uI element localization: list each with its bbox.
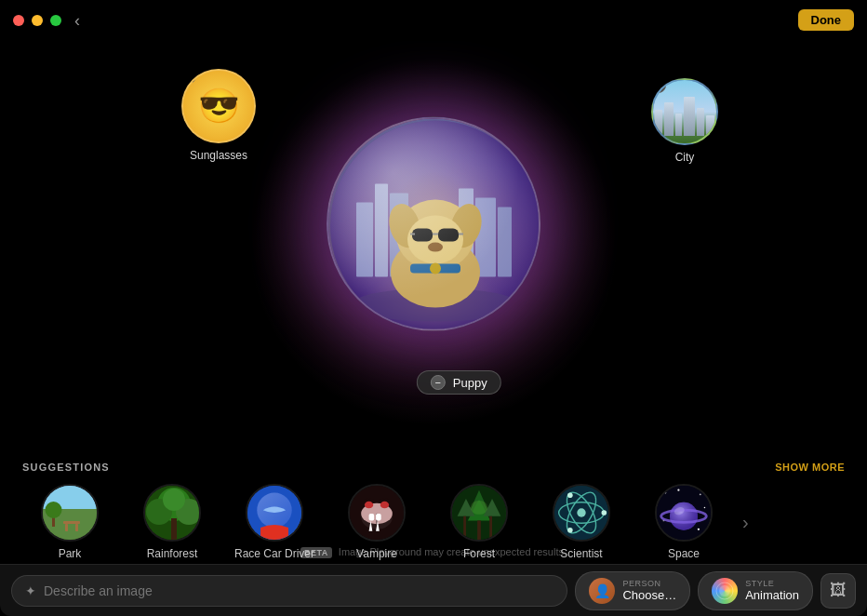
describe-input[interactable]: [44, 583, 554, 598]
sunglasses-label: Sunglasses: [190, 149, 247, 162]
building-3: [675, 114, 682, 136]
done-button[interactable]: Done: [798, 9, 855, 31]
park-svg: [43, 486, 97, 540]
svg-point-53: [471, 501, 488, 515]
bottom-bar: ✦ 👤 PERSON Choose… STYLE Animation 🖼: [0, 564, 867, 616]
suggestion-label-rainforest: Rainforest: [147, 547, 198, 560]
style-icon: [712, 578, 738, 604]
remove-sunglasses-button[interactable]: −: [181, 69, 196, 84]
svg-point-43: [365, 502, 373, 508]
svg-rect-33: [171, 518, 177, 540]
suggestion-label-park: Park: [59, 547, 82, 560]
building-2: [664, 102, 674, 136]
svg-rect-50: [477, 520, 481, 540]
puppy-label: Puppy: [453, 376, 487, 390]
style-label: STYLE: [745, 579, 799, 588]
svg-rect-25: [65, 524, 68, 531]
person-avatar-icon: 👤: [589, 578, 615, 604]
svg-point-68: [698, 529, 700, 530]
racecar-art: [247, 486, 301, 540]
suggestions-title: SUGGESTIONS: [22, 462, 110, 473]
suggestion-label-space: Space: [668, 547, 700, 560]
show-more-button[interactable]: SHOW MORE: [775, 462, 845, 473]
suggestion-item-space[interactable]: Space: [633, 484, 735, 560]
sunglasses-tag-circle: − 😎: [181, 69, 256, 143]
space-art: [657, 486, 711, 540]
svg-point-44: [380, 502, 389, 508]
titlebar: ‹ Done: [0, 0, 867, 41]
sunglasses-tag[interactable]: − 😎 Sunglasses: [181, 69, 256, 162]
suggestions-row: Park Rainforest: [19, 484, 848, 560]
building-6: [706, 115, 714, 136]
remove-puppy-button[interactable]: −: [431, 375, 446, 390]
suggestions-header: SUGGESTIONS SHOW MORE: [19, 462, 848, 473]
svg-point-59: [602, 510, 607, 516]
suggestion-item-rainforest[interactable]: Rainforest: [121, 484, 223, 560]
describe-input-wrap[interactable]: ✦: [11, 575, 567, 607]
suggestion-circle-park: [41, 484, 99, 542]
style-icon-svg: [715, 582, 734, 600]
style-button[interactable]: STYLE Animation: [698, 571, 813, 610]
dog-image: [328, 119, 539, 329]
photo-icon: 🖼: [830, 581, 847, 600]
building-1: [655, 110, 662, 136]
suggestion-circle-racecar: [246, 484, 303, 542]
forest-svg: [452, 484, 506, 542]
city-tag[interactable]: − City: [651, 78, 718, 164]
forest-art: [452, 486, 506, 540]
scientist-svg: [554, 484, 608, 542]
svg-point-70: [670, 502, 698, 530]
suggestion-label-forest: Forest: [463, 547, 495, 560]
suggestion-circle-forest: [450, 484, 508, 542]
puppy-pill: − Puppy: [417, 370, 501, 395]
suggestion-item-park[interactable]: Park: [19, 484, 121, 560]
city-label: City: [675, 151, 695, 164]
suggestion-label-scientist: Scientist: [560, 547, 602, 560]
svg-rect-26: [75, 524, 78, 531]
park-art: [43, 486, 97, 540]
suggestion-circle-scientist: [553, 484, 610, 542]
suggestion-label-vampire: Vampire: [356, 547, 397, 560]
svg-rect-52: [489, 516, 492, 540]
canvas-area: − 😎 Sunglasses − City − Puppy: [0, 41, 867, 441]
svg-point-63: [664, 492, 666, 494]
svg-point-61: [567, 528, 573, 533]
svg-point-64: [677, 489, 679, 491]
fullscreen-button[interactable]: [50, 15, 61, 26]
describe-icon: ✦: [25, 583, 36, 598]
suggestions-next-button[interactable]: ›: [735, 512, 756, 533]
minimize-button[interactable]: [32, 15, 43, 26]
svg-point-58: [577, 508, 585, 516]
suggestion-item-scientist[interactable]: Scientist: [530, 484, 633, 560]
svg-point-21: [330, 121, 540, 331]
suggestion-item-vampire[interactable]: Vampire: [326, 484, 428, 560]
svg-point-65: [700, 493, 701, 495]
svg-point-28: [46, 502, 62, 518]
city-tag-circle: −: [651, 78, 718, 145]
suggestion-item-forest[interactable]: Forest: [428, 484, 530, 560]
suggestion-item-racecar[interactable]: Race Car Driver: [223, 484, 326, 560]
person-label: PERSON: [622, 579, 676, 588]
rainforest-svg: [145, 486, 199, 540]
traffic-lights: [13, 15, 61, 26]
puppy-tag[interactable]: − Puppy: [417, 370, 501, 395]
vampire-svg: [350, 484, 404, 542]
svg-rect-41: [369, 514, 375, 520]
suggestion-circle-space: [655, 484, 713, 542]
style-value: Animation: [745, 588, 799, 602]
person-button[interactable]: 👤 PERSON Choose…: [575, 571, 690, 610]
close-button[interactable]: [13, 15, 24, 26]
svg-point-74: [719, 585, 730, 596]
svg-point-66: [704, 507, 705, 508]
svg-point-60: [567, 492, 573, 498]
photo-library-button[interactable]: 🖼: [820, 573, 856, 609]
suggestion-label-racecar: Race Car Driver: [234, 547, 314, 560]
remove-city-button[interactable]: −: [651, 78, 666, 93]
svg-rect-51: [463, 516, 466, 540]
back-button[interactable]: ‹: [74, 11, 80, 31]
rainforest-art: [145, 486, 199, 540]
svg-point-34: [163, 489, 185, 511]
svg-rect-24: [63, 521, 80, 524]
suggestion-circle-vampire: [348, 484, 406, 542]
building-4: [684, 97, 695, 136]
